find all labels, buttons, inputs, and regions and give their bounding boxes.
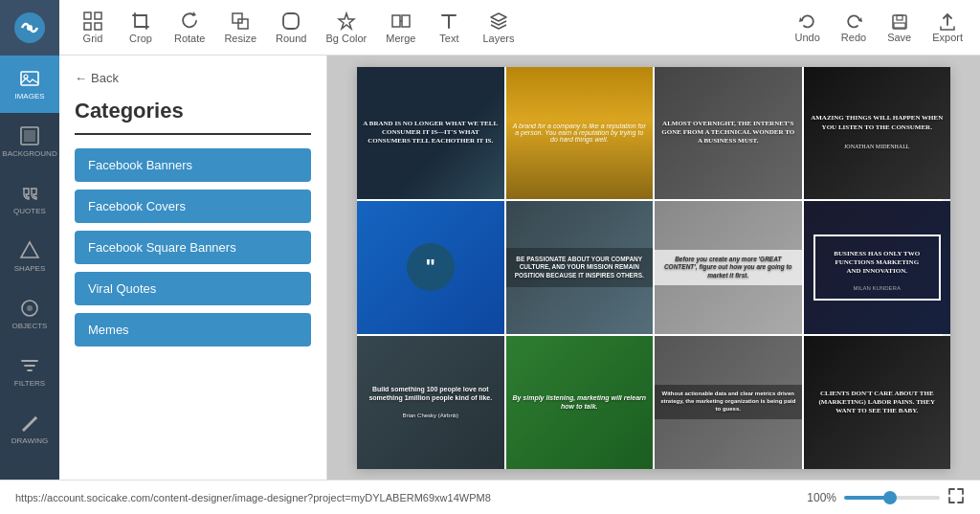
crop-tool[interactable]: Crop: [117, 8, 165, 48]
svg-rect-17: [24, 130, 35, 142]
svg-rect-10: [402, 15, 410, 27]
zoom-slider[interactable]: [844, 496, 940, 500]
logo-icon: [12, 11, 47, 45]
svg-point-20: [27, 305, 33, 311]
save-icon: [890, 12, 909, 32]
layers-label: Layers: [482, 33, 514, 44]
redo-button[interactable]: Redo: [834, 9, 874, 47]
category-facebook-square-banners[interactable]: Facebook Square Banners: [75, 231, 311, 264]
shapes-icon: [19, 240, 40, 261]
logo-area: [0, 0, 59, 56]
canvas-image-12[interactable]: CLIENTS DON'T CARE ABOUT THE (MARKETING)…: [804, 336, 951, 469]
svg-rect-6: [233, 13, 242, 23]
fullscreen-icon: [947, 487, 965, 504]
background-icon: [19, 125, 40, 146]
rotate-label: Rotate: [174, 33, 205, 44]
canvas-area: A BRAND IS NO LONGER WHAT WE TELL CONSUM…: [327, 56, 980, 480]
sidebar-item-quotes[interactable]: QUOTES: [0, 170, 59, 228]
text-icon: [439, 11, 458, 31]
sidebar-item-objects[interactable]: OBJECTS: [0, 285, 59, 343]
export-icon: [938, 12, 957, 32]
redo-icon: [844, 12, 863, 32]
category-facebook-banners[interactable]: Facebook Banners: [75, 148, 311, 182]
svg-point-21: [34, 417, 37, 420]
objects-icon: [19, 298, 40, 319]
left-sidebar: IMAGES BACKGROUND QUOTES SHAPES: [0, 56, 59, 480]
zoom-area: 100%: [807, 487, 965, 508]
svg-point-1: [27, 25, 33, 31]
sidebar-item-filters[interactable]: FILTERS: [0, 343, 59, 400]
canvas-image-6[interactable]: BE PASSIONATE ABOUT YOUR COMPANY CULTURE…: [506, 201, 654, 334]
canvas-image-8[interactable]: BUSINESS HAS ONLY TWO FUNCTIONS MARKETIN…: [804, 201, 951, 334]
undo-label: Undo: [795, 32, 820, 43]
svg-rect-9: [392, 15, 400, 27]
image-grid: A BRAND IS NO LONGER WHAT WE TELL CONSUM…: [357, 67, 950, 469]
fullscreen-button[interactable]: [947, 487, 965, 508]
grid-tool[interactable]: Grid: [69, 8, 117, 48]
canvas-image-10[interactable]: By simply listening, marketing will rele…: [506, 336, 654, 469]
sidebar-drawing-label: DRAWING: [11, 436, 48, 445]
svg-marker-18: [21, 242, 38, 257]
canvas-image-1[interactable]: A BRAND IS NO LONGER WHAT WE TELL CONSUM…: [357, 67, 504, 200]
rotate-tool[interactable]: Rotate: [165, 8, 214, 48]
save-label: Save: [887, 32, 911, 43]
canvas-image-3[interactable]: ALMOST OVERNIGHT, THE INTERNET'S GONE FR…: [655, 67, 802, 200]
canvas-image-7[interactable]: Before you create any more 'GREAT CONTEN…: [655, 201, 802, 334]
save-button[interactable]: Save: [880, 9, 919, 47]
main-area: IMAGES BACKGROUND QUOTES SHAPES: [0, 56, 980, 480]
layers-tool[interactable]: Layers: [473, 8, 523, 48]
svg-rect-5: [95, 23, 101, 30]
svg-rect-11: [893, 15, 906, 29]
quotes-icon: [19, 183, 40, 204]
images-panel: Images Select from our stock images or i…: [59, 56, 327, 480]
canvas-image-4[interactable]: AMAZING THINGS WILL HAPPEN WHEN YOU LIST…: [804, 67, 951, 200]
bottom-bar: https://account.socicake.com/content-des…: [0, 480, 980, 514]
bg-color-tool[interactable]: Bg Color: [316, 8, 376, 48]
category-facebook-covers[interactable]: Facebook Covers: [75, 190, 311, 223]
back-arrow-icon: ←: [75, 71, 87, 85]
drawing-icon: [19, 413, 40, 434]
canvas-image-2[interactable]: A brand for a company is like a reputati…: [506, 67, 654, 200]
crop-icon: [131, 11, 150, 31]
text-label: Text: [439, 33, 458, 44]
sidebar-item-drawing[interactable]: DRAWING: [0, 400, 59, 458]
canvas-image-11[interactable]: Without actionable data and clear metric…: [655, 336, 802, 469]
svg-rect-4: [84, 23, 91, 30]
toolbar-right: Undo Redo Save Export: [788, 9, 970, 47]
category-memes[interactable]: Memes: [75, 313, 311, 346]
images-icon: [19, 68, 40, 89]
svg-rect-3: [95, 12, 101, 19]
canvas-image-5[interactable]: ": [357, 201, 504, 334]
resize-icon: [231, 11, 250, 31]
categories-overlay: ← Back Categories Facebook Banners Faceb…: [59, 56, 326, 480]
bg-color-label: Bg Color: [325, 33, 367, 44]
grid-icon: [83, 11, 102, 31]
export-button[interactable]: Export: [924, 9, 970, 47]
merge-tool[interactable]: Merge: [376, 8, 425, 48]
round-icon: [281, 11, 301, 31]
svg-rect-13: [894, 23, 905, 28]
filters-icon: [19, 355, 40, 376]
export-label: Export: [932, 32, 963, 43]
sidebar-background-label: BACKGROUND: [2, 149, 56, 158]
crop-label: Crop: [129, 33, 152, 44]
sidebar-item-shapes[interactable]: SHAPES: [0, 228, 59, 285]
back-label: Back: [91, 71, 119, 85]
undo-icon: [798, 12, 817, 32]
sidebar-item-background[interactable]: BACKGROUND: [0, 113, 59, 170]
round-tool[interactable]: Round: [266, 8, 316, 48]
undo-button[interactable]: Undo: [788, 9, 828, 47]
bg-color-icon: [337, 11, 356, 31]
toolbar: Grid Crop Rotate Resize Round: [0, 0, 980, 56]
resize-tool[interactable]: Resize: [214, 8, 266, 48]
merge-icon: [391, 11, 411, 31]
layers-icon: [489, 11, 508, 31]
sidebar-item-images[interactable]: IMAGES: [0, 56, 59, 113]
back-button[interactable]: ← Back: [75, 71, 311, 85]
text-tool[interactable]: Text: [425, 8, 473, 48]
category-viral-quotes[interactable]: Viral Quotes: [75, 272, 311, 305]
sidebar-shapes-label: SHAPES: [14, 264, 45, 273]
sidebar-objects-label: OBJECTS: [12, 322, 48, 330]
canvas-image-9[interactable]: Build something 100 people love not some…: [357, 336, 504, 469]
sidebar-filters-label: FILTERS: [14, 379, 45, 388]
